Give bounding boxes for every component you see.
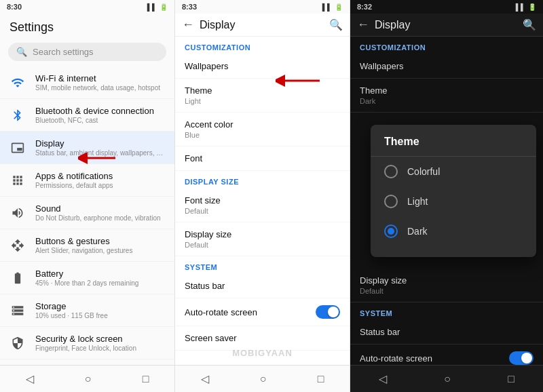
bottom-nav-mid: ◁ ○ □ (175, 365, 350, 392)
header-left-dark: ← Display (357, 18, 410, 32)
statusbar-title-dark: Status bar (360, 327, 533, 337)
settings-item-storage[interactable]: Storage 10% used · 115 GB free (0, 294, 174, 327)
status-bar-mid: 8:33 ▌▌ 🔋 (175, 0, 350, 14)
storage-subtitle: 10% used · 115 GB free (35, 312, 165, 319)
display-item-autorotate[interactable]: Auto-rotate screen (175, 298, 350, 326)
display-item-font[interactable]: Font (175, 146, 350, 171)
display-panel-light: 8:33 ▌▌ 🔋 ← Display 🔍 CUSTOMIZATION Wall… (175, 0, 350, 392)
theme-colorful-label: Colorful (407, 166, 440, 177)
home-nav-left[interactable]: ○ (77, 369, 100, 389)
recents-nav-left[interactable]: □ (134, 369, 157, 389)
fontsize-title: Font size (185, 195, 340, 205)
accent-subtitle: Blue (185, 131, 340, 139)
display-item-wallpapers-dark[interactable]: Wallpapers (350, 54, 543, 79)
time-mid: 8:33 (182, 3, 197, 11)
buttons-subtitle: Alert Slider, navigation, gestures (35, 247, 165, 254)
search-icon: 🔍 (16, 47, 27, 57)
display-content-light: CUSTOMIZATION Wallpapers Theme Light Acc… (175, 37, 350, 365)
display-item-statusbar-dark[interactable]: Status bar (350, 320, 543, 345)
apps-subtitle: Permissions, default apps (35, 182, 165, 189)
buttons-title: Buttons & gestures (35, 236, 165, 246)
wifi-subtitle: SIM, mobile network, data usage, hotspot (35, 84, 165, 92)
displaysize-label: DISPLAY SIZE (175, 171, 350, 189)
apps-content: Apps & notifications Permissions, defaul… (35, 171, 165, 189)
bluetooth-content: Bluetooth & device connection Bluetooth,… (35, 106, 165, 124)
theme-title-dark: Theme (360, 85, 533, 96)
autorotate-toggle-dark[interactable] (509, 351, 533, 365)
autorotate-title: Auto-rotate screen (185, 307, 257, 317)
display-title-mid: Display (200, 19, 235, 31)
display-item-displaysize-dark[interactable]: Display size Default (350, 269, 543, 302)
screensaver-title: Screen saver (185, 333, 340, 343)
display-title: Display (35, 138, 165, 149)
system-label-mid: SYSTEM (175, 256, 350, 274)
theme-option-colorful[interactable]: Colorful (371, 157, 536, 187)
display-item-theme[interactable]: Theme Light (175, 79, 350, 113)
settings-item-wifi[interactable]: Wi-Fi & internet SIM, mobile network, da… (0, 66, 174, 99)
settings-title: Settings (0, 14, 174, 39)
settings-item-sound[interactable]: Sound Do Not Disturb, earphone mode, vib… (0, 197, 174, 229)
display-item-theme-dark[interactable]: Theme Dark (350, 79, 543, 113)
back-nav-right[interactable]: ◁ (371, 368, 395, 389)
settings-item-bluetooth[interactable]: Bluetooth & device connection Bluetooth,… (0, 99, 174, 132)
settings-item-buttons[interactable]: Buttons & gestures Alert Slider, navigat… (0, 229, 174, 262)
battery-subtitle: 45% · More than 2 days remaining (35, 279, 165, 287)
search-button-right[interactable]: 🔍 (523, 18, 536, 31)
display-header-light: ← Display 🔍 (175, 14, 350, 37)
displaysize-subtitle-dark: Default (360, 287, 533, 295)
font-title: Font (185, 153, 340, 163)
sound-icon (10, 205, 26, 221)
home-nav-right[interactable]: ○ (436, 369, 459, 389)
display-arrow (78, 151, 119, 165)
settings-item-battery[interactable]: Battery 45% · More than 2 days remaining (0, 262, 174, 294)
theme-dialog: Theme Colorful Light Dark (371, 125, 536, 257)
theme-subtitle: Light (185, 97, 340, 105)
display-item-screensaver[interactable]: Screen saver (175, 326, 350, 351)
recents-nav-right[interactable]: □ (500, 369, 523, 389)
radio-dark-fill (388, 228, 394, 235)
search-button-mid[interactable]: 🔍 (329, 18, 343, 31)
wifi-content: Wi-Fi & internet SIM, mobile network, da… (35, 73, 165, 92)
display-item-autorotate-dark[interactable]: Auto-rotate screen (350, 345, 543, 365)
wallpapers-title: Wallpapers (185, 61, 340, 71)
search-bar[interactable]: 🔍 Search settings (8, 43, 166, 61)
home-nav-mid[interactable]: ○ (252, 369, 275, 389)
buttons-content: Buttons & gestures Alert Slider, navigat… (35, 236, 165, 254)
settings-item-security[interactable]: Security & lock screen Fingerprint, Face… (0, 327, 174, 359)
settings-panel: 8:30 ▌▌ 🔋 Settings 🔍 Search settings Wi-… (0, 0, 175, 392)
display-item-accent[interactable]: Accent color Blue (175, 113, 350, 146)
fontsize-subtitle: Default (185, 207, 340, 215)
system-label-dark: SYSTEM (350, 302, 543, 320)
signal-icon: ▌▌ (147, 3, 157, 11)
search-placeholder: Search settings (33, 47, 94, 57)
back-nav-mid[interactable]: ◁ (193, 368, 217, 389)
back-button-mid[interactable]: ← (182, 18, 194, 32)
displaysize-subtitle: Default (185, 241, 340, 249)
theme-option-dark[interactable]: Dark (371, 216, 536, 246)
theme-option-light[interactable]: Light (371, 187, 536, 216)
battery-title: Battery (35, 269, 165, 279)
display-item-fontsize[interactable]: Font size Default (175, 189, 350, 222)
display-item-displaysize[interactable]: Display size Default (175, 222, 350, 256)
display-item-statusbar[interactable]: Status bar (175, 274, 350, 298)
display-item-wallpapers[interactable]: Wallpapers (175, 54, 350, 79)
settings-item-apps[interactable]: Apps & notifications Permissions, defaul… (0, 164, 174, 197)
time-left: 8:30 (7, 3, 22, 11)
storage-title: Storage (35, 301, 165, 311)
bluetooth-icon (10, 107, 26, 123)
bluetooth-title: Bluetooth & device connection (35, 106, 165, 116)
toggle-knob (328, 307, 339, 317)
wifi-icon (10, 75, 26, 91)
display-icon (10, 140, 26, 156)
theme-arrow (276, 73, 323, 88)
recents-nav-mid[interactable]: □ (310, 369, 333, 389)
back-nav-left[interactable]: ◁ (18, 368, 42, 389)
apps-icon (10, 172, 26, 189)
back-button-right[interactable]: ← (357, 18, 369, 32)
security-subtitle: Fingerprint, Face Unlock, location (35, 345, 165, 352)
status-icons-mid: ▌▌ 🔋 (322, 3, 343, 11)
accent-title: Accent color (185, 119, 340, 130)
security-title: Security & lock screen (35, 334, 165, 344)
status-bar-right: 8:32 ▌▌ 🔋 (350, 0, 543, 14)
autorotate-toggle[interactable] (316, 305, 340, 319)
